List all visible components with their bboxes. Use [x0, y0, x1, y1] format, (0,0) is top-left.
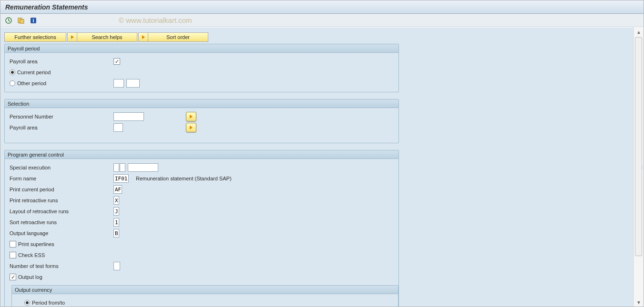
group-legend: Payroll period: [5, 44, 399, 53]
period-from-to-label: Period from/to: [32, 300, 65, 306]
arrow-right-icon: [68, 33, 77, 41]
other-period-input2[interactable]: [126, 79, 140, 88]
output-currency-group: Output currency Period from/to: [11, 285, 399, 307]
selection-group: Selection Personnel Number Payroll area: [4, 99, 399, 143]
print-superlines-label: Print superlines: [18, 241, 54, 247]
form-name-label: Form name: [10, 176, 113, 181]
period-from-to-radio[interactable]: [24, 300, 30, 306]
payroll-area-checkbox[interactable]: [113, 58, 120, 65]
selection-payroll-area-label: Payroll area: [10, 125, 113, 130]
payroll-period-group: Payroll period Payroll area Current peri…: [4, 44, 399, 92]
vertical-scrollbar[interactable]: ▲ ▼ :::: [633, 28, 644, 307]
group-legend: Output currency: [12, 286, 398, 294]
scroll-down-icon[interactable]: ▼: [634, 298, 644, 307]
svg-text:i: i: [32, 18, 34, 23]
special-execution-input3[interactable]: [128, 163, 158, 172]
other-period-radio[interactable]: [10, 80, 15, 86]
arrow-right-icon: [190, 115, 193, 119]
current-period-radio[interactable]: [10, 69, 15, 75]
output-language-input[interactable]: [113, 229, 119, 238]
output-log-label: Output log: [18, 274, 42, 280]
special-execution-input1[interactable]: [113, 163, 119, 172]
sort-retroactive-label: Sort retroactive runs: [10, 219, 113, 225]
scroll-up-icon[interactable]: ▲: [634, 28, 644, 36]
watermark: © www.tutorialkart.com: [119, 16, 192, 24]
button-label: Search helps: [77, 34, 137, 40]
sort-order-button[interactable]: Sort order: [138, 32, 208, 42]
print-superlines-checkbox[interactable]: [10, 241, 16, 248]
print-retroactive-label: Print retroactive runs: [10, 198, 113, 203]
test-forms-label: Number of test forms: [10, 263, 113, 269]
variant-icon[interactable]: [17, 16, 25, 25]
action-button-row: Further selections Search helps Sort ord…: [4, 32, 629, 42]
output-language-label: Output language: [10, 230, 113, 236]
group-legend: Selection: [5, 99, 399, 108]
button-label: Sort order: [148, 34, 208, 40]
special-execution-label: Special execution: [10, 165, 113, 170]
scroll-thumb[interactable]: [635, 37, 642, 256]
form-name-description: Remuneration statement (Standard SAP): [136, 176, 232, 181]
group-legend: Program general control: [5, 150, 399, 159]
personnel-extend-button[interactable]: [186, 112, 196, 121]
title-bar: Remuneration Statements: [0, 0, 644, 14]
test-forms-input[interactable]: [113, 262, 120, 270]
payroll-area-label: Payroll area: [10, 59, 113, 64]
check-ess-checkbox[interactable]: [10, 252, 16, 258]
print-current-period-input[interactable]: [113, 185, 122, 194]
execute-icon[interactable]: [4, 16, 13, 25]
payroll-area-extend-button[interactable]: [186, 123, 196, 132]
app-toolbar: i © www.tutorialkart.com: [0, 14, 644, 27]
special-execution-input2[interactable]: [120, 163, 125, 172]
other-period-label: Other period: [17, 80, 46, 86]
print-retroactive-input[interactable]: [113, 196, 119, 205]
info-icon[interactable]: i: [29, 16, 38, 25]
page-title: Remuneration Statements: [5, 3, 88, 11]
search-helps-button[interactable]: Search helps: [67, 32, 137, 42]
other-period-input1[interactable]: [113, 79, 124, 88]
check-ess-label: Check ESS: [18, 252, 45, 258]
print-current-period-label: Print current period: [10, 187, 113, 192]
program-general-control-group: Program general control Special executio…: [4, 150, 399, 307]
scroll-grip-icon: :::: [641, 166, 643, 169]
layout-retroactive-label: Layout of retroactive runs: [10, 208, 113, 214]
selection-payroll-area-input[interactable]: [113, 123, 123, 132]
personnel-number-input[interactable]: [113, 112, 144, 121]
further-selections-button[interactable]: Further selections: [4, 32, 66, 42]
arrow-right-icon: [190, 126, 193, 129]
sort-retroactive-input[interactable]: [113, 218, 119, 227]
layout-retroactive-input[interactable]: [113, 207, 119, 216]
personnel-number-label: Personnel Number: [10, 114, 113, 119]
form-name-input[interactable]: [113, 174, 129, 183]
svg-rect-2: [20, 20, 24, 23]
output-log-checkbox[interactable]: [10, 274, 16, 280]
current-period-label: Current period: [17, 69, 51, 75]
arrow-right-icon: [139, 33, 148, 41]
button-label: Further selections: [14, 34, 56, 40]
